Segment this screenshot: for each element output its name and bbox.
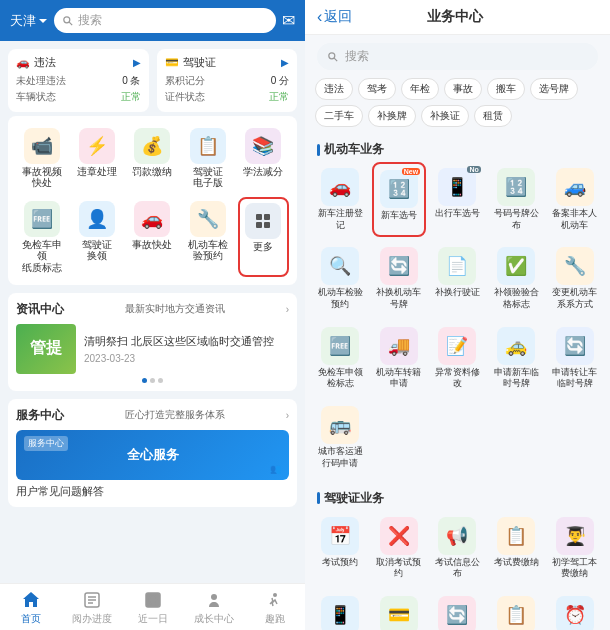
grid-item-video[interactable]: 📹 事故视频快处 (16, 124, 67, 193)
service-faq[interactable]: 用户常见问题解答 (16, 484, 289, 499)
vehicle-status-value: 正常 (121, 90, 141, 104)
violation-title: 违法 (34, 55, 56, 70)
grid-item-more[interactable]: 更多 (238, 197, 289, 277)
biz-exam-appt[interactable]: 📅 考试预约 (313, 511, 368, 586)
service-arrow[interactable]: › (286, 410, 289, 421)
unhandled-label: 未处理违法 (16, 74, 66, 88)
biz-other-car[interactable]: 🚙 备案非本人机动车 (547, 162, 602, 237)
back-button[interactable]: ‹ 返回 (317, 8, 352, 26)
svg-point-12 (211, 594, 217, 600)
biz-license-extend[interactable]: 🔄 延期换领驾驶证 (430, 590, 485, 630)
svg-line-15 (334, 58, 337, 61)
nav-progress[interactable]: 阅办进度 (61, 590, 122, 626)
news-date: 2023-03-23 (84, 353, 289, 364)
news-item[interactable]: 管提 清明祭扫 北辰区这些区域临时交通管控 2023-03-23 (16, 324, 289, 374)
biz-license-reissue[interactable]: 💳 驾驶证补发证明 (372, 590, 427, 630)
grid-item-exempt[interactable]: 🆓 免检车申领纸质标志 (16, 197, 67, 277)
grid-label-exempt: 免检车申领纸质标志 (18, 239, 65, 273)
quick-access-grid: 📹 事故视频快处 ⚡ 违章处理 💰 罚款缴纳 📋 驾驶证电子版 📚 学法减分 🆓 (8, 116, 297, 285)
biz-temp-plate[interactable]: 🚕 申请新车临时号牌 (489, 321, 544, 396)
grid-item-inspection[interactable]: 🔧 机动车检验预约 (182, 197, 233, 277)
biz-new-plate-label: 新车选号 (381, 210, 417, 222)
tag-plate-replace[interactable]: 补换牌 (368, 105, 416, 127)
biz-exam-fee[interactable]: 📋 考试费缴纳 (489, 511, 544, 586)
search-bar[interactable]: 搜索 (54, 8, 276, 33)
tag-move-car[interactable]: 搬车 (487, 78, 525, 100)
biz-transfer-temp[interactable]: 🔄 申请转让车临时号牌 (547, 321, 602, 396)
vehicle-status-label: 车辆状态 (16, 90, 56, 104)
biz-exam-info[interactable]: 📢 考试信息公布 (430, 511, 485, 586)
biz-exam-fee-label: 考试费缴纳 (494, 557, 539, 569)
news-thumbnail: 管提 (16, 324, 76, 374)
right-search-placeholder: 搜索 (345, 48, 369, 65)
grid-item-license-renew[interactable]: 👤 驾驶证换领 (71, 197, 122, 277)
biz-exempt-sticker-label: 免检车申领检标志 (315, 367, 366, 390)
right-search-bar[interactable]: 搜索 (317, 43, 598, 70)
dot-1 (142, 378, 147, 383)
biz-e-study-cert[interactable]: 📱 电子学习驾驶证明 (313, 590, 368, 630)
biz-city-transit[interactable]: 🚌 城市客运通行码申请 (313, 400, 368, 475)
biz-abnormal-data[interactable]: 📝 异常资料修改 (430, 321, 485, 396)
license-card[interactable]: 💳 驾驶证 ▶ 累积记分 0 分 证件状态 正常 (157, 49, 298, 112)
points-value: 0 分 (271, 74, 289, 88)
tag-violation[interactable]: 违法 (315, 78, 353, 100)
violation-arrow: ▶ (133, 57, 141, 68)
service-banner[interactable]: 服务中心 全心服务 👥 (16, 430, 289, 480)
biz-study-fee[interactable]: 👨‍🎓 初学驾工本费缴纳 (547, 511, 602, 586)
biz-sticker[interactable]: ✅ 补领验验合格标志 (489, 241, 544, 316)
mail-icon[interactable]: ✉ (282, 11, 295, 30)
biz-exempt-sticker[interactable]: 🆓 免检车申领检标志 (313, 321, 368, 396)
grid-item-violation[interactable]: ⚡ 违章处理 (71, 124, 122, 193)
biz-exam-appt-label: 考试预约 (322, 557, 358, 569)
right-content: 机动车业务 🚗 新车注册登记 New 🔢 新车选号 No 📱 出行车选号 (305, 135, 610, 630)
biz-change-method-label: 变更机动车系系方式 (549, 287, 600, 310)
service-section: 服务中心 匠心打造完整服务体系 › 服务中心 全心服务 👥 用户常见问题解答 (8, 399, 297, 507)
biz-inspection-appt[interactable]: 🔍 机动车检验预约 (313, 241, 368, 316)
nav-run-label: 趣跑 (265, 612, 285, 626)
grid-label-accident: 事故快处 (132, 239, 172, 250)
grid-item-elicense[interactable]: 📋 驾驶证电子版 (182, 124, 233, 193)
biz-city-transit-label: 城市客运通行码申请 (315, 446, 366, 469)
driver-license-grid: 📅 考试预约 ❌ 取消考试预约 📢 考试信息公布 📋 考试费缴纳 👨‍🎓 (313, 511, 602, 631)
biz-replace-plate[interactable]: 🔄 补换机动车号牌 (372, 241, 427, 316)
nav-daily[interactable]: 近一日 (122, 590, 183, 626)
biz-transfer[interactable]: 🚚 机动车转籍申请 (372, 321, 427, 396)
tag-inspection[interactable]: 年检 (401, 78, 439, 100)
right-panel: ‹ 返回 业务中心 搜索 违法 驾考 年检 事故 搬车 选号牌 二手车 补换牌 … (305, 0, 610, 630)
grid-label-more: 更多 (253, 241, 273, 252)
news-arrow[interactable]: › (286, 304, 289, 315)
svg-rect-2 (256, 214, 262, 220)
biz-plate-publish[interactable]: 🔢 号码号牌公布 (489, 162, 544, 237)
tag-cert-replace[interactable]: 补换证 (421, 105, 469, 127)
tag-accident[interactable]: 事故 (444, 78, 482, 100)
nav-growth[interactable]: 成长中心 (183, 590, 244, 626)
nav-home[interactable]: 首页 (0, 590, 61, 626)
grid-label-video: 事故视频快处 (22, 166, 62, 189)
biz-change-method[interactable]: 🔧 变更机动车系系方式 (547, 241, 602, 316)
nav-run[interactable]: 趣跑 (244, 590, 305, 626)
violation-card[interactable]: 🚗 违法 ▶ 未处理违法 0 条 车辆状态 正常 (8, 49, 149, 112)
news-sub: 最新实时地方交通资讯 (125, 302, 225, 316)
new-badge-1: New (402, 168, 420, 175)
tag-rental[interactable]: 租赁 (474, 105, 512, 127)
biz-transfer-temp-label: 申请转让车临时号牌 (549, 367, 600, 390)
biz-travel-plate[interactable]: No 📱 出行车选号 (430, 162, 485, 237)
grid-item-study[interactable]: 📚 学法减分 (238, 124, 289, 193)
tag-plate-select[interactable]: 选号牌 (530, 78, 578, 100)
biz-replace-driving-label: 补换行驶证 (435, 287, 480, 299)
biz-cancel-exam[interactable]: ❌ 取消考试预约 (372, 511, 427, 586)
biz-new-plate-select[interactable]: New 🔢 新车选号 (372, 162, 427, 237)
location-button[interactable]: 天津 (10, 12, 48, 30)
biz-license-delay[interactable]: ⏰ 延期驾驶证明 (547, 590, 602, 630)
biz-replace-driving[interactable]: 📄 补换行驶证 (430, 241, 485, 316)
tag-driving-test[interactable]: 驾考 (358, 78, 396, 100)
biz-new-register[interactable]: 🚗 新车注册登记 (313, 162, 368, 237)
grid-item-accident[interactable]: 🚗 事故快处 (127, 197, 178, 277)
grid-label-inspection: 机动车检验预约 (188, 239, 228, 262)
biz-license-extend2[interactable]: 📋 延续驾驶证延期证书 (489, 590, 544, 630)
service-center-label: 服务中心 (24, 436, 68, 451)
grid-label-elicense: 驾驶证电子版 (193, 166, 223, 189)
search-placeholder: 搜索 (78, 12, 102, 29)
grid-item-fine[interactable]: 💰 罚款缴纳 (127, 124, 178, 193)
tag-used-car[interactable]: 二手车 (315, 105, 363, 127)
